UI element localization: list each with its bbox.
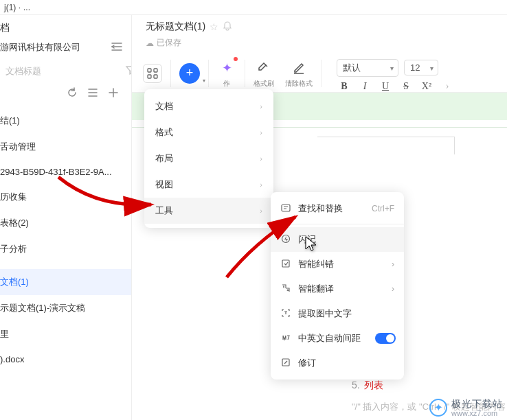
chevron-right-icon: › — [392, 259, 394, 269]
chevron-right-icon: › — [392, 284, 394, 294]
sidebar-item[interactable]: 舌动管理 — [0, 134, 131, 160]
sidebar-item[interactable]: ).docx — [0, 347, 131, 371]
menu-item-tools[interactable]: 工具› — [144, 198, 273, 224]
svg-rect-2 — [148, 75, 151, 78]
add-icon[interactable] — [108, 87, 119, 101]
superscript-button[interactable]: X² — [419, 81, 434, 92]
sidebar-item[interactable]: 结(1) — [0, 108, 131, 134]
magic-icon[interactable]: ✦ — [217, 58, 236, 78]
titlebar: j(1) · ... — [0, 0, 507, 15]
company-name[interactable]: 游网讯科技有限公司 — [0, 41, 80, 54]
saved-status: 已保存 — [157, 37, 181, 49]
submenu-smart-correct[interactable]: 智能纠错 › — [271, 252, 404, 277]
refresh-icon[interactable] — [67, 87, 78, 101]
menu-item-format[interactable]: 格式› — [144, 119, 273, 145]
submenu-cjk-spacing[interactable]: 中英文自动间距 — [271, 326, 404, 351]
tools-submenu: 查找和替换 Ctrl+F 闪记 智能纠错 › 智能翻译 › 提取图中文字 中英文… — [271, 192, 404, 380]
sidebar-list-b: 文档(1) 示题文档(1)-演示文稿 里 ).docx — [0, 269, 131, 371]
menu-item-view[interactable]: 视图› — [144, 172, 273, 198]
sidebar-item[interactable]: 子分析 — [0, 236, 131, 262]
magic-label: 作 — [223, 79, 230, 89]
ocr-icon — [280, 308, 291, 320]
toggle-switch[interactable] — [375, 333, 396, 344]
submenu-ocr[interactable]: 提取图中文字 — [271, 301, 404, 326]
sidebar: 档 游网讯科技有限公司 结(1) 舌动管理 2943-B59D-431f-B3E… — [0, 15, 132, 420]
submenu-find-replace[interactable]: 查找和替换 Ctrl+F — [271, 196, 404, 221]
sidebar-item[interactable]: 示题文档(1)-演示文稿 — [0, 295, 131, 321]
strike-button[interactable]: S — [398, 81, 414, 92]
doc-title[interactable]: 无标题文档(1) — [146, 21, 205, 33]
svg-rect-4 — [282, 205, 290, 211]
sidebar-list-a: 结(1) 舌动管理 2943-B59D-431f-B3E2-9A... 历收集 … — [0, 108, 131, 262]
submenu-flash-note[interactable]: 闪记 — [271, 227, 404, 252]
toolbar: + ✦ 作 格式刷 清除格式 — [132, 54, 507, 93]
sidebar-item[interactable]: 历收集 — [0, 184, 131, 210]
clear-format-icon[interactable] — [289, 58, 308, 78]
more-format-button[interactable]: › — [440, 81, 455, 92]
filter-icon[interactable] — [125, 65, 132, 78]
sidebar-item[interactable]: 里 — [0, 321, 131, 347]
sidebar-item[interactable]: 2943-B59D-431f-B3E2-9A... — [0, 160, 131, 184]
underline-button[interactable]: U — [378, 81, 393, 92]
revise-icon — [280, 358, 291, 369]
titlebar-more: ... — [23, 3, 30, 12]
apps-grid-button[interactable] — [143, 64, 162, 83]
correct-icon — [280, 259, 291, 270]
translate-icon — [280, 283, 291, 295]
list-item[interactable]: 列表 — [364, 380, 383, 392]
svg-rect-6 — [282, 260, 289, 267]
cloud-icon: ☁ — [146, 38, 154, 48]
submenu-smart-translate[interactable]: 智能翻译 › — [271, 277, 404, 301]
format-brush-icon[interactable] — [254, 58, 273, 78]
svg-rect-1 — [154, 69, 157, 72]
font-select[interactable]: 默认 — [337, 59, 398, 77]
bold-button[interactable]: B — [337, 81, 352, 92]
titlebar-text: j(1) · — [4, 3, 21, 12]
watermark-logo-icon: ✦ — [429, 399, 447, 417]
sidebar-item[interactable]: 表格(2) — [0, 210, 131, 236]
bell-icon[interactable] — [223, 21, 232, 33]
watermark-url: www.xz7.com — [451, 409, 503, 417]
svg-rect-3 — [154, 75, 157, 78]
list-icon[interactable] — [87, 87, 98, 101]
spacing-icon — [280, 333, 291, 345]
main-dropdown-menu: 文档› 格式› 布局› 视图› 工具› — [144, 89, 273, 228]
table-cell-border — [317, 137, 455, 154]
search-input[interactable] — [5, 66, 121, 76]
svg-rect-0 — [148, 69, 151, 72]
menu-item-document[interactable]: 文档› — [144, 93, 273, 119]
collapse-sidebar-icon[interactable] — [111, 42, 123, 54]
font-size-select[interactable]: 12 — [404, 60, 438, 75]
italic-button[interactable]: I — [357, 81, 372, 92]
star-icon[interactable]: ☆ — [210, 21, 218, 32]
sidebar-item-active[interactable]: 文档(1) — [0, 269, 131, 295]
menu-item-layout[interactable]: 布局› — [144, 145, 273, 172]
watermark: ✦ 极光下载站 www.xz7.com — [429, 398, 503, 417]
sidebar-header: 档 — [0, 15, 131, 34]
search-icon — [280, 203, 291, 215]
shortcut-text: Ctrl+F — [372, 204, 394, 213]
flash-icon — [280, 234, 291, 246]
brush-label: 格式刷 — [254, 79, 274, 89]
insert-button[interactable]: + — [179, 63, 200, 84]
clear-label: 清除格式 — [285, 79, 313, 89]
mouse-cursor-icon — [305, 236, 317, 255]
submenu-revise[interactable]: 修订 — [271, 351, 404, 375]
